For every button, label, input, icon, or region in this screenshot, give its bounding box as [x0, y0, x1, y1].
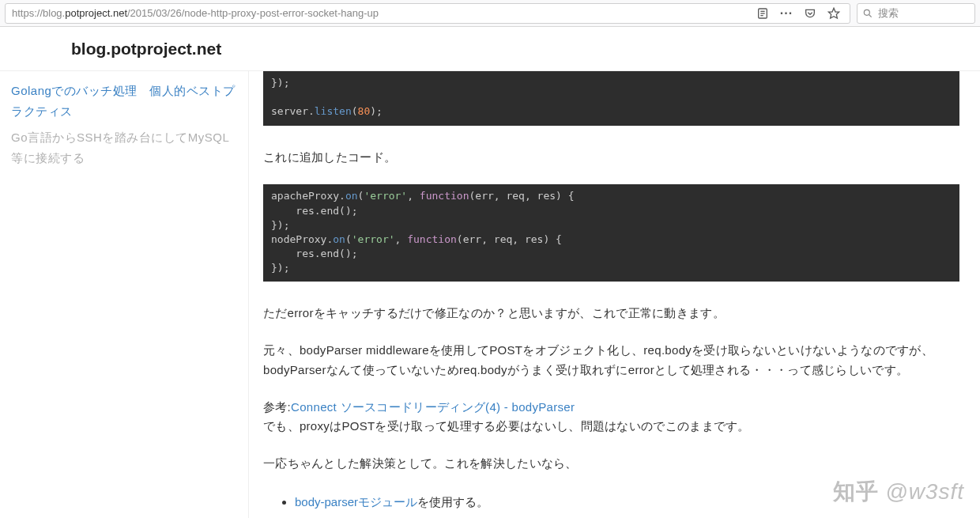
- star-icon[interactable]: [827, 6, 841, 21]
- main-content: }); server.listen(80); これに追加したコード。 apach…: [249, 71, 980, 518]
- code-block-1: }); server.listen(80);: [263, 71, 959, 126]
- blog-title[interactable]: blog.potproject.net: [71, 40, 221, 59]
- search-placeholder: 搜索: [878, 6, 899, 21]
- reference-prefix: 参考:: [263, 400, 291, 414]
- sidebar: Golangでのバッチ処理 個人的ベストプラクティス Go言語からSSHを踏み台…: [0, 71, 249, 518]
- watermark-brand: 知乎: [833, 477, 879, 507]
- watermark: 知乎 @w3sft: [833, 477, 964, 507]
- sidebar-item-golang-batch[interactable]: Golangでのバッチ処理 個人的ベストプラクティス: [11, 81, 237, 121]
- browser-chrome: https://blog.potproject.net/2015/03/26/n…: [0, 0, 980, 27]
- reader-icon[interactable]: [756, 6, 770, 21]
- search-icon: [862, 8, 873, 19]
- para-proxy-ok: でも、proxyはPOSTを受け取って処理する必要はないし、問題はないのでこのま…: [263, 419, 750, 433]
- url-path: /2015/03/26/node-http-proxy-post-error-s…: [127, 7, 379, 19]
- svg-point-5: [864, 9, 869, 15]
- para-just-catch: ただerrorをキャッチするだけで修正なのか？と思いますが、これで正常に動きます…: [263, 304, 959, 323]
- url-bar[interactable]: https://blog.potproject.net/2015/03/26/n…: [5, 3, 850, 24]
- more-icon[interactable]: ···: [779, 6, 793, 21]
- url-domain: potproject.net: [65, 7, 127, 19]
- sidebar-item-ssh-mysql[interactable]: Go言語からSSHを踏み台にしてMySQL等に接続する: [11, 127, 237, 168]
- watermark-handle: @w3sft: [885, 479, 964, 505]
- para-proper-fix: 一応ちゃんとした解決策として。これを解決したいなら、: [263, 454, 959, 474]
- body-parser-module-link[interactable]: body-parserモジュール: [295, 495, 417, 509]
- code-block-2: apacheProxy.on('error', function(err, re…: [263, 184, 959, 282]
- reference-link[interactable]: Connect ソースコードリーディング(4) - bodyParser: [291, 400, 575, 414]
- blog-header: blog.potproject.net: [0, 27, 980, 71]
- url-prefix: https://blog.: [12, 7, 65, 19]
- svg-marker-4: [828, 8, 839, 18]
- page-layout: Golangでのバッチ処理 個人的ベストプラクティス Go言語からSSHを踏み台…: [0, 71, 980, 518]
- para-reference: 参考:Connect ソースコードリーディング(4) - bodyParser …: [263, 398, 959, 437]
- para-bodyparser-explain: 元々、bodyParser middlewareを使用してPOSTをオブジェクト…: [263, 341, 959, 380]
- pocket-icon[interactable]: [803, 6, 817, 21]
- svg-line-6: [869, 14, 872, 17]
- para-added-code: これに追加したコード。: [263, 148, 959, 168]
- toolbar-icons: ···: [756, 3, 841, 24]
- list-item: Expressなどのbody-parserを行ってくれるフレームワークを使用する…: [295, 515, 959, 518]
- search-box[interactable]: 搜索: [857, 3, 975, 24]
